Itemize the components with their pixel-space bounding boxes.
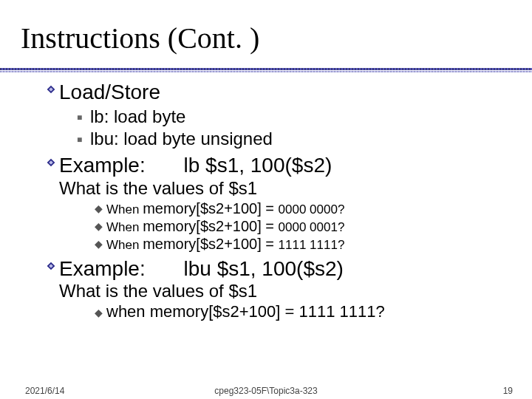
footer-mid: cpeg323-05F\Topic3a-323 [0, 386, 532, 396]
list-item-text: lbu: load byte unsigned [90, 129, 273, 150]
section-heading: Load/Store [46, 80, 511, 105]
case-prefix: When [106, 220, 143, 234]
case-mid: memory[$s2+100] = [143, 218, 278, 234]
case-item: ◆ When memory[$s2+100] = 1111 1111? [95, 235, 511, 253]
dot-bullet-icon: ◆ [95, 202, 106, 215]
square-bullet-icon: ■ [77, 112, 90, 123]
case-mid: memory[$s2+100] = [143, 200, 278, 216]
dot-bullet-icon: ◆ [95, 307, 106, 319]
case-prefix: When [106, 238, 143, 252]
dot-bullet-icon: ◆ [95, 220, 106, 233]
slide: Instructions (Cont. ) Load/Store ■ lb: l… [0, 0, 532, 399]
case-value: 1111 1111? [279, 238, 345, 252]
case-value: 0000 0001? [279, 220, 345, 234]
title-underline [0, 68, 532, 72]
example-label: Example: [59, 153, 146, 178]
case-mid: memory[$s2+100] = 1111 1111? [150, 302, 385, 321]
list-item: ■ lb: load byte [77, 106, 511, 128]
case-value: 0000 0000? [279, 202, 345, 216]
example-heading: Example: lbu $s1, 100($s2) [46, 256, 511, 282]
diamond-bullet-icon [46, 157, 59, 183]
slide-body: Load/Store ■ lb: load byte ■ lbu: load b… [46, 78, 511, 322]
question-text: What is the values of $s1 [59, 281, 511, 302]
case-item: ◆ When memory[$s2+100] = 0000 0000? [95, 200, 511, 217]
diamond-bullet-icon [46, 84, 59, 109]
list-item-text: lb: load byte [90, 106, 185, 128]
question-text: What is the values of $s1 [59, 178, 511, 200]
example-code: lbu $s1, 100($s2) [184, 256, 344, 282]
example-label: Example: [59, 256, 146, 282]
example-heading: Example: lb $s1, 100($s2) [46, 153, 511, 178]
list-item: ■ lbu: load byte unsigned [77, 129, 511, 150]
case-item: ◆ when memory[$s2+100] = 1111 1111? [95, 302, 511, 321]
case-prefix: When [106, 202, 143, 216]
diamond-bullet-icon [46, 261, 59, 286]
case-item: ◆ When memory[$s2+100] = 0000 0001? [95, 217, 511, 235]
case-prefix: when [106, 302, 150, 321]
square-bullet-icon: ■ [77, 134, 90, 145]
slide-title: Instructions (Cont. ) [21, 21, 259, 55]
example-code: lb $s1, 100($s2) [184, 153, 332, 178]
section-heading-text: Load/Store [59, 80, 160, 105]
case-mid: memory[$s2+100] = [143, 236, 278, 252]
footer-page-number: 19 [503, 386, 513, 396]
dot-bullet-icon: ◆ [95, 238, 106, 250]
